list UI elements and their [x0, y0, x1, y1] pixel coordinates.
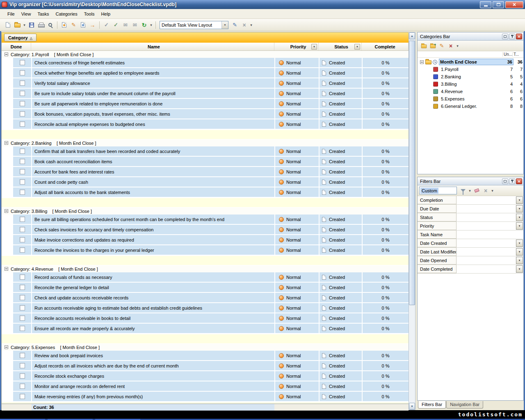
chevron-down-icon[interactable] [490, 189, 495, 193]
task-checkbox[interactable] [20, 353, 25, 358]
edit-task-button[interactable] [69, 21, 78, 30]
add-subcategory-button[interactable] [428, 42, 437, 50]
mark-complete-button[interactable] [102, 21, 111, 30]
menu-help[interactable]: Help [98, 10, 114, 18]
task-checkbox[interactable] [20, 363, 25, 368]
task-checkbox[interactable] [20, 394, 25, 399]
collapse-minus-icon[interactable] [5, 267, 8, 271]
task-row[interactable]: Reconcile accounts receivable in books t… [2, 313, 409, 323]
task-checkbox[interactable] [20, 179, 25, 185]
category-tree-item[interactable]: 3.Billing44 [418, 80, 523, 88]
filter-dropdown-button[interactable] [516, 214, 523, 221]
task-checkbox[interactable] [20, 305, 25, 310]
filter-value-field[interactable] [457, 213, 516, 221]
collapse-minus-icon[interactable] [5, 209, 8, 213]
filter-preset-combo[interactable]: Custom [419, 187, 457, 194]
task-row[interactable]: Adjust records on all invoices which are… [2, 361, 409, 370]
new-file-button[interactable] [3, 21, 13, 30]
task-row[interactable]: Book bonuses, vacation payouts, travel e… [2, 109, 409, 119]
task-checkbox[interactable] [20, 383, 25, 389]
task-checkbox[interactable] [20, 80, 25, 86]
category-tree-item[interactable]: Month End Close3636 [418, 58, 523, 66]
title-bar[interactable]: Vip organizer [C:\Users\dmitry\Desktop\M… [0, 0, 525, 9]
categories-bar-header[interactable]: Categories Bar [418, 32, 523, 41]
column-header-complete[interactable]: Complete [362, 43, 409, 50]
task-checkbox[interactable] [20, 148, 25, 154]
filter-value-field[interactable] [457, 265, 516, 273]
task-checkbox[interactable] [20, 217, 25, 222]
task-row[interactable]: Book cash account reconciliation itemsNo… [2, 157, 409, 166]
filter-dropdown-button[interactable] [516, 240, 523, 247]
chevron-down-icon[interactable] [22, 23, 27, 27]
category-tree-item[interactable]: 1.Payroll77 [418, 66, 523, 73]
send-task-button[interactable] [121, 21, 130, 30]
filter-dropdown-button[interactable] [516, 265, 523, 273]
task-checkbox[interactable] [20, 189, 25, 195]
task-checkbox[interactable] [20, 91, 25, 96]
chevron-down-icon[interactable] [249, 23, 253, 27]
task-row[interactable]: Monitor and arrange records on deferred … [2, 381, 409, 391]
task-checkbox[interactable] [20, 315, 25, 321]
task-checkbox[interactable] [20, 70, 25, 75]
category-tree-item[interactable]: 4.Revenue66 [418, 88, 523, 95]
task-checkbox[interactable] [20, 295, 25, 300]
task-row[interactable]: Make invoice corrections and updates as … [2, 235, 409, 244]
column-header-priority[interactable]: Priority [274, 43, 319, 50]
maximize-button[interactable] [493, 1, 504, 8]
task-row[interactable]: Ensure all records are made properly & a… [2, 324, 409, 333]
go-to-task-button[interactable] [88, 21, 97, 30]
minimize-button[interactable] [480, 1, 491, 8]
add-category-button[interactable] [419, 42, 428, 50]
task-row[interactable]: Check and update accounts receivable rec… [2, 293, 409, 302]
pin-panel-button[interactable] [509, 34, 515, 39]
collapse-minus-icon[interactable] [420, 60, 424, 64]
priority-filter-dropdown[interactable] [311, 44, 317, 50]
task-row[interactable]: Account for bank fees and interest rates… [2, 167, 409, 176]
category-tree-item[interactable]: 5.Expenses66 [418, 95, 523, 103]
task-checkbox[interactable] [20, 373, 25, 379]
chevron-down-icon[interactable] [455, 44, 460, 48]
task-checkbox[interactable] [20, 159, 25, 164]
edit-category-button[interactable] [437, 42, 446, 50]
close-button[interactable] [505, 1, 523, 8]
filter-dropdown-button[interactable] [516, 222, 523, 230]
task-checkbox[interactable] [20, 274, 25, 280]
sync-button[interactable] [139, 21, 149, 30]
task-row[interactable]: Adjust all bank accounts to the bank sta… [2, 187, 409, 197]
save-button[interactable] [27, 21, 36, 30]
task-checkbox[interactable] [20, 227, 25, 232]
print-button[interactable] [36, 21, 46, 30]
uncompleted-column-header[interactable]: Un... [502, 52, 512, 57]
new-task-button[interactable] [59, 21, 69, 30]
tab-navigation-bar[interactable]: Navigation Bar [446, 401, 483, 409]
task-view-layout-select[interactable]: Default Task View Layout [160, 21, 228, 29]
scroll-up-button[interactable] [409, 32, 415, 39]
menu-file[interactable]: File [4, 10, 18, 18]
vertical-scrollbar[interactable] [409, 32, 415, 410]
chevron-down-icon[interactable] [221, 21, 228, 29]
task-row[interactable]: Reconcile actual employee expenses to bu… [2, 119, 409, 129]
collapse-minus-icon[interactable] [5, 52, 8, 56]
category-tree-item[interactable]: 6.General Ledger.88 [418, 103, 523, 110]
filter-value-field[interactable] [457, 239, 516, 247]
task-row[interactable]: Record accruals of funds as necessaryNor… [2, 272, 409, 282]
status-filter-dropdown[interactable] [354, 44, 360, 50]
clear-filter-button[interactable] [472, 187, 481, 195]
menu-view[interactable]: View [18, 10, 34, 18]
filter-value-field[interactable] [457, 222, 516, 230]
task-row[interactable]: Reconcile the invoices to the charges in… [2, 245, 409, 255]
task-checkbox[interactable] [20, 247, 25, 253]
chevron-down-icon[interactable] [149, 23, 153, 27]
task-row[interactable]: Make reversing entries (if any) from pre… [2, 392, 409, 401]
task-row[interactable]: Reconcile stock exchange chargesNormalCr… [2, 371, 409, 381]
category-group-row[interactable]: Category: 4.Revenue [ Month End Close ] [2, 265, 409, 272]
chevron-down-icon[interactable] [468, 189, 472, 193]
collapse-minus-icon[interactable] [5, 141, 8, 145]
task-row[interactable]: Review and book prepaid invoicesNormalCr… [2, 351, 409, 360]
task-row[interactable]: Confirm that all bank transfers have bee… [2, 146, 409, 156]
category-group-row[interactable]: Category: 5.Expenses [ Month End Close ] [2, 344, 409, 351]
filter-value-field[interactable] [457, 196, 516, 204]
filter-value-field[interactable] [457, 231, 523, 239]
filter-dropdown-button[interactable] [516, 257, 523, 264]
close-panel-button[interactable] [516, 178, 522, 184]
